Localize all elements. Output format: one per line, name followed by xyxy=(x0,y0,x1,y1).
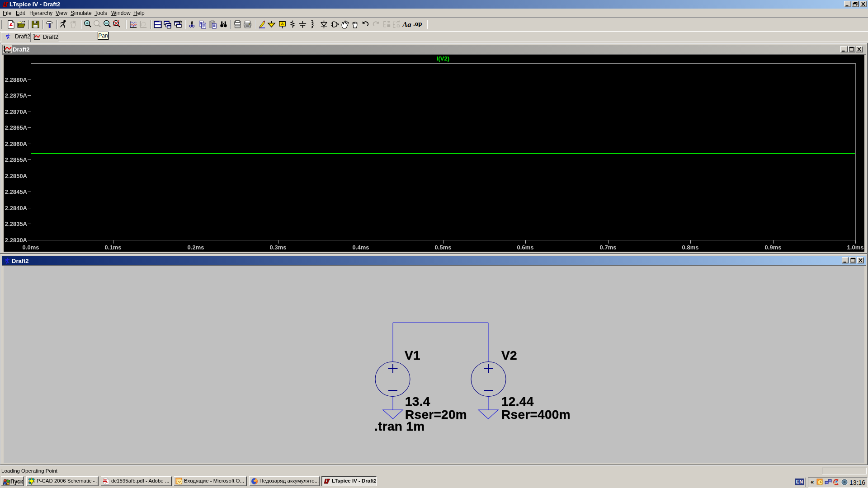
svg-text:A: A xyxy=(281,22,283,26)
svg-text:PDF: PDF xyxy=(103,479,108,482)
